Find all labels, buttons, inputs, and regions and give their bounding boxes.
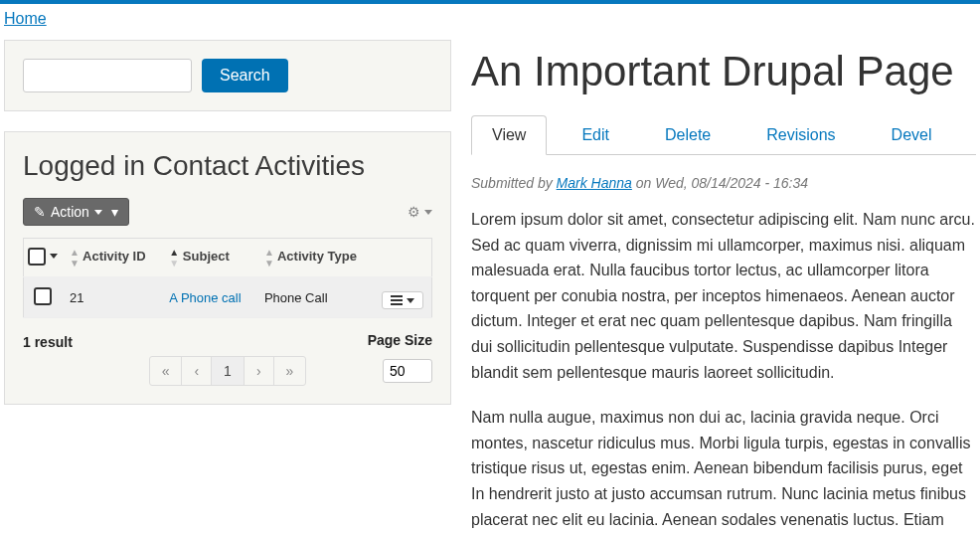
pager-last[interactable]: » — [274, 357, 306, 385]
column-subject[interactable]: ▲▼ Subject — [161, 239, 256, 277]
breadcrumb-home[interactable]: Home — [4, 10, 47, 27]
activities-table: ▲▼ Activity ID ▲▼ Subject ▲▼ Activity Ty… — [23, 238, 432, 318]
tab-revisions[interactable]: Revisions — [745, 115, 856, 155]
body-content: Lorem ipsum dolor sit amet, consectetur … — [471, 207, 976, 534]
page-size-input[interactable] — [383, 359, 432, 383]
byline: Submitted by Mark Hanna on Wed, 08/14/20… — [471, 175, 976, 191]
pager-next[interactable]: › — [245, 357, 274, 385]
result-count: 1 result — [23, 334, 73, 350]
caret-down-icon — [407, 298, 414, 303]
paragraph: Nam nulla augue, maximus non dui ac, lac… — [471, 405, 976, 534]
settings-dropdown[interactable]: ⚙ — [408, 204, 432, 220]
pager-first[interactable]: « — [150, 357, 183, 385]
action-label: Action — [51, 204, 89, 220]
row-actions-button[interactable] — [382, 291, 423, 309]
tab-view[interactable]: View — [471, 115, 547, 155]
caret-down-icon — [94, 210, 102, 215]
activity-subject-link[interactable]: A Phone call — [169, 290, 241, 305]
action-dropdown[interactable]: ✎ Action ▾ — [23, 198, 129, 226]
breadcrumb: Home — [0, 4, 980, 34]
pencil-icon: ✎ — [34, 204, 46, 220]
menu-icon — [391, 295, 403, 305]
pager-current[interactable]: 1 — [212, 357, 245, 385]
search-input[interactable] — [23, 59, 192, 92]
row-checkbox[interactable] — [34, 287, 52, 305]
tab-devel[interactable]: Devel — [871, 115, 953, 155]
column-activity-type[interactable]: ▲▼ Activity Type — [256, 239, 374, 277]
page-title: An Important Drupal Page — [471, 48, 976, 95]
page-size-label: Page Size — [368, 332, 432, 348]
search-block: Search — [4, 40, 451, 111]
activities-title: Logged in Contact Activities — [23, 150, 432, 182]
table-row: 21 A Phone call Phone Call — [24, 277, 432, 318]
cell-activity-id: 21 — [62, 277, 161, 318]
search-button[interactable]: Search — [202, 59, 288, 92]
pager-prev[interactable]: ‹ — [182, 357, 212, 385]
gear-icon: ⚙ — [408, 204, 420, 220]
activities-block: Logged in Contact Activities ✎ Action ▾ … — [4, 131, 451, 405]
tab-delete[interactable]: Delete — [644, 115, 732, 155]
select-all-caret[interactable] — [50, 254, 58, 259]
cell-activity-type: Phone Call — [256, 277, 374, 318]
paragraph: Lorem ipsum dolor sit amet, consectetur … — [471, 207, 976, 385]
tabs: View Edit Delete Revisions Devel — [471, 115, 976, 155]
author-link[interactable]: Mark Hanna — [557, 175, 632, 191]
tab-edit[interactable]: Edit — [561, 115, 630, 155]
select-all-checkbox[interactable] — [28, 248, 46, 266]
pager: « ‹ 1 › » — [149, 356, 307, 386]
caret-down-icon — [424, 210, 432, 215]
column-activity-id[interactable]: ▲▼ Activity ID — [62, 239, 161, 277]
